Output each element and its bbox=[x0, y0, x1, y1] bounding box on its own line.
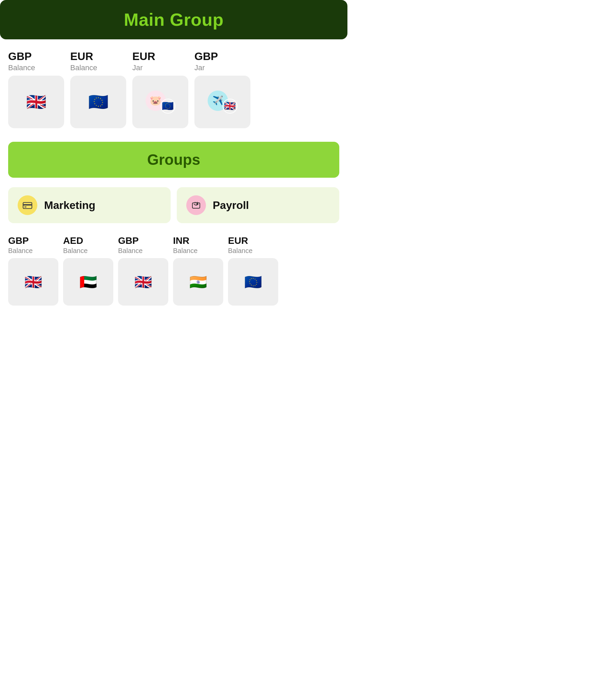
account-currency: GBP bbox=[8, 50, 32, 63]
account-card-eur-jar[interactable]: EUR Jar 🐷 🇪🇺 bbox=[132, 50, 188, 128]
account-currency: EUR bbox=[228, 235, 248, 246]
account-currency: AED bbox=[63, 235, 83, 246]
flag-icon-gbp: 🇬🇧 bbox=[24, 90, 49, 114]
bottom-account-gbp-1[interactable]: GBP Balance 🇬🇧 bbox=[8, 235, 58, 306]
bottom-account-eur[interactable]: EUR Balance 🇪🇺 bbox=[228, 235, 278, 306]
group-card-marketing[interactable]: Marketing bbox=[8, 187, 171, 223]
bottom-accounts-row: GBP Balance 🇬🇧 AED Balance 🇦🇪 GBP Balanc… bbox=[0, 235, 347, 306]
main-accounts-row: GBP Balance 🇬🇧 EUR Balance 🇪🇺 EUR Jar 🐷 … bbox=[0, 50, 347, 128]
account-icon-box: 🇬🇧 bbox=[8, 258, 58, 306]
account-currency: GBP bbox=[194, 50, 218, 63]
marketing-icon-wrap bbox=[18, 195, 37, 215]
account-card-gbp-balance[interactable]: GBP Balance 🇬🇧 bbox=[8, 50, 64, 128]
flag-icon-eur2: 🇪🇺 bbox=[242, 271, 264, 293]
flag-icon-aed: 🇦🇪 bbox=[77, 271, 99, 293]
account-icon-box: 🇦🇪 bbox=[63, 258, 113, 306]
jar-flag-eur: 🇪🇺 bbox=[160, 99, 175, 114]
account-type: Balance bbox=[118, 247, 142, 255]
payroll-icon-wrap bbox=[186, 195, 206, 215]
bottom-account-gbp-2[interactable]: GBP Balance 🇬🇧 bbox=[118, 235, 168, 306]
group-card-payroll[interactable]: Payroll bbox=[177, 187, 339, 223]
account-type: Balance bbox=[8, 247, 33, 255]
account-type: Balance bbox=[63, 247, 88, 255]
account-currency: GBP bbox=[8, 235, 29, 246]
account-icon-box: 🇬🇧 bbox=[8, 76, 64, 128]
groups-banner: Groups bbox=[8, 142, 339, 178]
groups-banner-title: Groups bbox=[8, 151, 339, 168]
jar-icon-group: ✈️ 🇬🇧 bbox=[208, 91, 238, 114]
account-icon-box: 🇮🇳 bbox=[173, 258, 223, 306]
account-card-eur-balance[interactable]: EUR Balance 🇪🇺 bbox=[70, 50, 126, 128]
card-icon bbox=[22, 200, 33, 211]
svg-rect-2 bbox=[24, 207, 26, 208]
jar-icon-group: 🐷 🇪🇺 bbox=[146, 91, 175, 114]
account-card-gbp-jar[interactable]: GBP Jar ✈️ 🇬🇧 bbox=[194, 50, 250, 128]
main-group-title: Main Group bbox=[0, 9, 347, 30]
account-currency: GBP bbox=[118, 235, 139, 246]
flag-icon-gbp: 🇬🇧 bbox=[22, 271, 44, 293]
flag-icon-gbp2: 🇬🇧 bbox=[132, 271, 154, 293]
group-name-marketing: Marketing bbox=[44, 199, 95, 212]
bottom-account-inr[interactable]: INR Balance 🇮🇳 bbox=[173, 235, 223, 306]
account-currency: EUR bbox=[132, 50, 155, 63]
main-group-header: Main Group bbox=[0, 0, 347, 39]
flag-icon-inr: 🇮🇳 bbox=[187, 271, 209, 293]
account-type: Balance bbox=[228, 247, 252, 255]
account-type: Balance bbox=[70, 63, 97, 72]
account-icon-box: ✈️ 🇬🇧 bbox=[194, 76, 250, 128]
groups-row: Marketing Payroll bbox=[0, 187, 347, 223]
account-icon-box: 🇬🇧 bbox=[118, 258, 168, 306]
payroll-icon bbox=[190, 199, 202, 211]
jar-flag-gbp: 🇬🇧 bbox=[223, 99, 238, 114]
account-currency: EUR bbox=[70, 50, 93, 63]
group-name-payroll: Payroll bbox=[213, 199, 249, 212]
flag-icon-eur: 🇪🇺 bbox=[86, 90, 111, 114]
bottom-account-aed[interactable]: AED Balance 🇦🇪 bbox=[63, 235, 113, 306]
account-icon-box: 🇪🇺 bbox=[228, 258, 278, 306]
svg-rect-1 bbox=[23, 204, 32, 206]
account-type: Jar bbox=[132, 63, 143, 72]
account-icon-box: 🇪🇺 bbox=[70, 76, 126, 128]
account-type: Jar bbox=[194, 63, 205, 72]
account-icon-box: 🐷 🇪🇺 bbox=[132, 76, 188, 128]
account-type: Balance bbox=[173, 247, 197, 255]
account-currency: INR bbox=[173, 235, 189, 246]
account-type: Balance bbox=[8, 63, 35, 72]
